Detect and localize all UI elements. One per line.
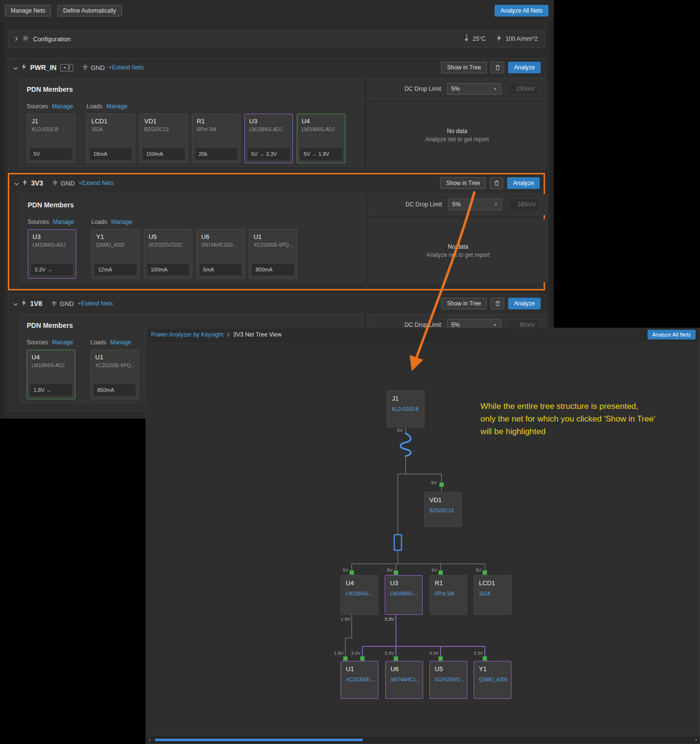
show-in-tree-button[interactable]: Show in Tree — [440, 177, 486, 189]
annotation-line: only the net for which you clicked 'Show… — [480, 413, 694, 425]
component-value: 100mA — [147, 264, 189, 275]
scroll-right-icon[interactable]: › — [695, 736, 697, 744]
ferrite-bead-symbol — [401, 433, 411, 456]
scroll-left-icon[interactable]: ‹ — [149, 736, 151, 744]
component-ref: U6 — [201, 233, 209, 240]
manage-sources-link[interactable]: Manage — [52, 103, 73, 110]
pdn-member-card[interactable]: U3 LM1084IS-ADJ 5V → 3.3V — [244, 114, 293, 163]
chevron-right-icon — [227, 330, 230, 339]
tree-node-u3[interactable]: U3 LM1084IS-... — [385, 575, 423, 615]
dc-drop-mv-field[interactable]: 165mV — [508, 199, 540, 210]
component-value: 5V → 3.3V — [248, 148, 290, 160]
component-part: LM1084IS-ADJ — [249, 127, 290, 132]
pdn-member-card[interactable]: U4 LM1084IS-ADJ 5V → 1.8V — [297, 114, 345, 163]
chevron-down-icon[interactable] — [13, 63, 18, 72]
loads-group-label: Loads Manage — [91, 219, 132, 225]
manage-sources-link[interactable]: Manage — [52, 339, 73, 346]
extend-nets-link[interactable]: +Extend Nets — [79, 180, 114, 186]
component-part: BZG03C13 — [144, 127, 186, 132]
temperature-value: 25°C — [473, 35, 486, 42]
define-automatically-button[interactable]: Define Automatically — [57, 5, 122, 17]
horizontal-scrollbar[interactable]: ‹ › — [146, 736, 700, 744]
dc-drop-mv-field[interactable]: 250mV — [507, 83, 539, 95]
pdn-member-card[interactable]: R1 RPot SM 20k — [192, 114, 240, 163]
net-name: 1V8 — [30, 300, 42, 307]
tree-breadcrumb-bar: Power Analyzer by Keysight 3V3 Net Tree … — [146, 328, 700, 341]
component-ref: J1 — [32, 118, 38, 125]
voltage-label: 3.3V — [378, 616, 394, 622]
pdn-member-card[interactable]: U1 XC2S300E-6PQ... 800mA — [249, 229, 297, 279]
pdn-member-card[interactable]: LCD1 162A 18mA — [86, 114, 135, 163]
chevron-down-icon[interactable] — [13, 299, 18, 308]
show-in-tree-button[interactable]: Show in Tree — [441, 62, 487, 73]
voltage-label: 5V — [466, 567, 481, 573]
gnd-label: GND — [60, 300, 74, 307]
analyze-all-nets-button[interactable]: Analyze All Nets — [648, 330, 696, 339]
delete-net-button[interactable] — [490, 177, 503, 189]
dc-drop-limit-select[interactable]: 5% ▼ — [448, 199, 502, 210]
extra-nets-badge[interactable]: + 2 — [60, 64, 73, 71]
analyze-button[interactable]: Analyze — [508, 62, 541, 73]
component-part: QSMO_4200 — [479, 677, 511, 682]
component-value: 18mA — [90, 148, 132, 160]
component-part: KLD-0202-B — [392, 406, 424, 412]
delete-net-button[interactable] — [491, 62, 504, 73]
component-ref: R1 — [197, 118, 205, 125]
pdn-member-card[interactable]: J1 KLD-0202-B 5V — [27, 114, 75, 163]
scrollbar-thumb[interactable] — [155, 739, 363, 741]
pdn-member-card[interactable]: U1 XC2S300E-6PQ... 850mA — [90, 350, 139, 399]
pdn-member-card[interactable]: U4 LM1084IS-ADJ 1.8V → — [27, 350, 75, 399]
tree-node-lcd1[interactable]: LCD1 162A — [474, 575, 512, 615]
chevron-down-icon[interactable] — [14, 179, 19, 187]
extend-nets-link[interactable]: +Extend Nets — [78, 300, 113, 307]
report-placeholder: No data Analyze net to get report — [369, 219, 547, 282]
tree-node-r1[interactable]: R1 RPot SM — [429, 575, 467, 615]
show-in-tree-button[interactable]: Show in Tree — [441, 298, 487, 309]
component-ref: U3 — [249, 118, 257, 125]
manage-loads-link[interactable]: Manage — [106, 103, 127, 110]
pdn-member-card[interactable]: U6 SN74AHC1G0... 5mA — [196, 229, 245, 279]
analyze-all-nets-button[interactable]: Analyze All Nets — [495, 5, 548, 17]
tree-node-u5[interactable]: U5 XCF02SVO... — [429, 661, 467, 699]
manage-loads-link[interactable]: Manage — [110, 339, 131, 346]
pdn-member-card[interactable]: U5 XCF02SVO20C 100mA — [144, 229, 192, 279]
tree-node-j1[interactable]: J1 KLD-0202-B — [387, 390, 425, 427]
manage-loads-link[interactable]: Manage — [111, 219, 132, 225]
chevron-right-icon[interactable] — [15, 34, 18, 43]
component-ref: U5 — [149, 233, 157, 240]
component-part: QSMO_4200 — [96, 242, 137, 248]
pdn-member-card[interactable]: U3 LM1084IS-ADJ 3.3V → — [28, 229, 76, 279]
pdn-members-panel: PDN Members Sources Manage Loads Manage … — [21, 194, 364, 282]
component-ref: U3 — [33, 233, 41, 240]
component-part: SN74AHC1... — [391, 677, 423, 682]
net-header: 1V8 GND +Extend Nets Show in Tree Analyz… — [8, 295, 545, 312]
delete-net-button[interactable] — [491, 298, 504, 309]
configuration-bar[interactable]: Configuration 25°C 100 A/mm^2 — [8, 30, 545, 48]
tree-node-y1[interactable]: Y1 QSMO_4200 — [474, 661, 512, 699]
component-value: 20k — [195, 148, 237, 160]
sources-group-label: Sources Manage — [27, 339, 73, 346]
analyze-button[interactable]: Analyze — [508, 298, 541, 309]
dc-drop-limit-value: 5% — [452, 201, 461, 208]
component-value: 12mA — [95, 264, 137, 275]
pdn-member-card[interactable]: VD1 BZG03C13 150mA — [139, 114, 188, 163]
tree-node-u6[interactable]: U6 SN74AHC1... — [385, 661, 423, 699]
component-part: 162A — [91, 127, 133, 132]
component-ref: LCD1 — [479, 579, 511, 587]
breadcrumb-app[interactable]: Power Analyzer by Keysight — [151, 331, 223, 338]
manage-sources-link[interactable]: Manage — [53, 219, 74, 225]
dc-drop-limit-label: DC Drop Limit — [405, 321, 441, 328]
pdn-member-card[interactable]: Y1 QSMO_4200 12mA — [91, 229, 140, 279]
analyze-button[interactable]: Analyze — [507, 177, 540, 189]
sources-label: Sources — [28, 219, 49, 225]
lightning-icon — [497, 34, 501, 43]
tree-node-u1[interactable]: U1 XC2S300E-... — [341, 661, 378, 699]
component-ref: U3 — [390, 579, 422, 587]
dc-drop-limit-select[interactable]: 5% ▼ — [447, 83, 501, 95]
component-part: 162A — [479, 591, 511, 596]
tree-node-vd1[interactable]: VD1 BZG03C13 — [424, 492, 462, 527]
component-ref: LCD1 — [91, 118, 107, 125]
extend-nets-link[interactable]: +Extend Nets — [109, 64, 144, 71]
manage-nets-button[interactable]: Manage Nets — [5, 5, 51, 17]
tree-node-u4[interactable]: U4 LM1084IS-... — [341, 575, 378, 615]
